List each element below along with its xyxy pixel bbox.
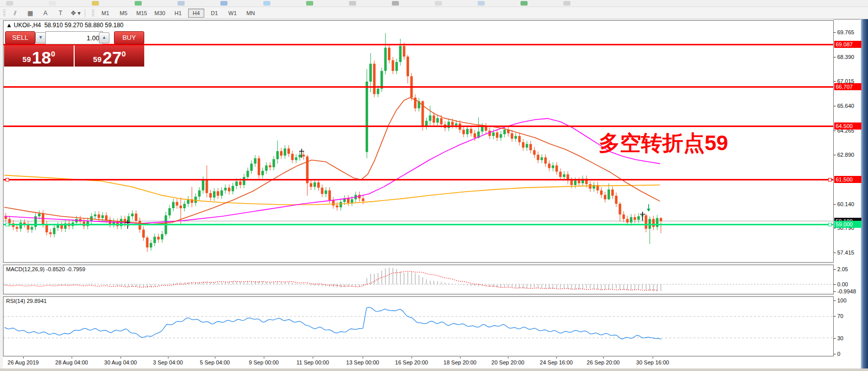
buy-price-prefix: 59 xyxy=(93,55,102,64)
price-level-badge-59.000: 59.000 xyxy=(834,221,861,228)
timeframe-button-h1[interactable]: H1 xyxy=(170,9,186,18)
toolbar-grip-2[interactable] xyxy=(92,10,94,17)
macd-canvas[interactable] xyxy=(4,265,833,294)
toolbar-icon-9[interactable] xyxy=(392,1,399,6)
text-label-tool-icon[interactable]: T xyxy=(55,9,66,18)
time-tick-mark xyxy=(72,357,72,358)
resistance-line-61.5[interactable] xyxy=(4,179,833,180)
line-drag-handle[interactable] xyxy=(828,223,832,226)
toolbar-icon-6[interactable] xyxy=(263,1,270,6)
sell-arrow-icon[interactable] xyxy=(647,204,651,212)
line-drag-handle[interactable] xyxy=(828,178,832,181)
ohlc-values: 58.910 59.270 58.880 59.180 xyxy=(44,22,124,29)
time-tick-mark xyxy=(215,357,215,358)
buy-price-tile[interactable]: 59 27 0 xyxy=(75,45,144,67)
toolbar-icon-11[interactable] xyxy=(478,1,485,6)
time-tick-label: 5 Sep 04:00 xyxy=(200,359,229,365)
toolbar-icon-10[interactable] xyxy=(435,1,442,6)
timeframe-button-m5[interactable]: M5 xyxy=(115,9,132,18)
volume-input[interactable] xyxy=(45,31,103,44)
time-axis[interactable]: 26 Aug 201928 Aug 04:0030 Aug 04:003 Sep… xyxy=(3,357,834,368)
window-right-edge xyxy=(861,19,868,371)
timeframe-button-m30[interactable]: M30 xyxy=(152,9,168,18)
time-tick-label: 16 Sep 20:00 xyxy=(395,359,428,365)
timeframe-button-mn[interactable]: MN xyxy=(243,9,259,18)
price-tick-mark xyxy=(834,204,836,205)
time-tick-mark xyxy=(313,357,313,358)
toolbar-icon-4[interactable] xyxy=(178,1,185,6)
price-tick-mark xyxy=(834,81,836,82)
toolbar-icon-0[interactable] xyxy=(6,1,13,6)
fibonacci-grid-tool-icon[interactable]: ▦ xyxy=(25,9,36,18)
volume-increase-button[interactable]: ▲ xyxy=(99,32,109,43)
price-tick-label: 68.390 xyxy=(837,54,854,60)
time-tick-label: 18 Sep 20:00 xyxy=(443,359,476,365)
rsi-indicator-pane[interactable]: RSI(14) 29.8941 xyxy=(3,296,834,356)
chart-text-annotation[interactable]: 多空转折点59 xyxy=(599,129,728,157)
buy-button[interactable]: BUY xyxy=(114,31,144,44)
sell-price-prefix: 59 xyxy=(23,55,31,64)
time-tick-label: 26 Sep 20:00 xyxy=(587,359,619,365)
time-tick-mark xyxy=(363,357,363,358)
price-axis[interactable]: 69.76568.39067.01565.64064.26562.89060.1… xyxy=(834,19,860,369)
toolbar-icon-3[interactable] xyxy=(135,1,142,6)
one-click-trading-panel: SELL ▼ ▲ BUY 59 18 0 59 27 0 xyxy=(4,30,144,67)
sell-button[interactable]: SELL xyxy=(5,31,35,44)
resistance-line-66.707[interactable] xyxy=(4,86,833,88)
toolbar-separator xyxy=(85,9,85,17)
macd-label: MACD(12,26,9) -0.8520 -0.7959 xyxy=(6,266,85,272)
indicator-tick-label: 0 xyxy=(837,351,840,357)
price-tick-mark xyxy=(834,106,836,106)
buy-price-pip-digit: 0 xyxy=(122,49,126,58)
price-tick-mark xyxy=(834,32,836,33)
time-tick-mark xyxy=(653,357,653,358)
timeframe-button-m1[interactable]: M1 xyxy=(97,9,113,18)
toolbar-icon-12[interactable] xyxy=(520,1,528,6)
sell-price-tile[interactable]: 59 18 0 xyxy=(4,45,74,67)
timeframe-button-d1[interactable]: D1 xyxy=(206,9,222,18)
toolbar-icon-5[interactable] xyxy=(220,1,227,6)
time-tick-label: 24 Sep 16:00 xyxy=(540,359,572,365)
indicator-tick-mark xyxy=(834,284,836,285)
volume-decrease-button[interactable]: ▼ xyxy=(35,32,46,43)
indicator-tick-mark xyxy=(834,338,836,339)
price-tick-mark xyxy=(834,253,836,253)
window-bottom-edge xyxy=(0,368,868,371)
toolbar-icon-8[interactable] xyxy=(349,1,356,6)
arrows-tool-icon[interactable]: ✥ ▾ xyxy=(70,9,81,18)
timeframe-button-w1[interactable]: W1 xyxy=(224,9,241,18)
toolbar-icon-1[interactable] xyxy=(49,1,56,6)
collapse-arrow-icon[interactable]: ▲ xyxy=(6,22,12,29)
timeframe-button-m15[interactable]: M15 xyxy=(134,9,150,18)
time-tick-label: 20 Sep 20:00 xyxy=(491,359,524,365)
toolbar-icon-13[interactable] xyxy=(563,1,570,6)
price-tick-mark xyxy=(834,131,836,131)
macd-indicator-pane[interactable]: MACD(12,26,9) -0.8520 -0.7959 xyxy=(3,265,834,294)
price-level-badge-61.500: 61.500 xyxy=(834,176,861,183)
time-tick-mark xyxy=(264,357,264,358)
support-line-59[interactable] xyxy=(4,224,833,225)
cropped-top-toolbar xyxy=(0,0,868,7)
timeframe-button-h4[interactable]: H4 xyxy=(188,9,204,18)
toolbar-icon-2[interactable] xyxy=(92,1,99,6)
text-tool-icon[interactable]: A xyxy=(40,9,51,18)
toolbar-icon-7[interactable] xyxy=(306,1,313,6)
buy-price-big-digits: 27 xyxy=(102,50,122,65)
time-tick-mark xyxy=(23,357,24,358)
indicator-tick-label: 100 xyxy=(837,297,846,303)
time-tick-label: 9 Sep 00:00 xyxy=(249,359,278,365)
price-tick-label: 62.890 xyxy=(837,152,854,158)
drawing-and-timeframe-toolbar: ⫽▦AT✥ ▾ M1M5M15M30H1H4D1W1MN xyxy=(0,7,868,19)
price-tick-mark xyxy=(834,228,836,228)
line-drag-handle[interactable] xyxy=(6,223,9,226)
indicator-tick-mark xyxy=(834,269,836,270)
time-tick-label: 30 Sep 16:00 xyxy=(636,359,669,365)
time-tick-label: 3 Sep 04:00 xyxy=(153,359,183,365)
resistance-line-64.5[interactable] xyxy=(4,126,833,127)
crosshair-lines-tool-icon[interactable]: ⫽ xyxy=(10,9,21,18)
line-drag-handle[interactable] xyxy=(6,178,9,181)
cross-marker[interactable] xyxy=(640,212,645,221)
rsi-canvas[interactable] xyxy=(4,297,833,356)
price-level-badge-64.500: 64.500 xyxy=(834,122,861,130)
price-level-badge-66.707: 66.707 xyxy=(834,83,861,90)
